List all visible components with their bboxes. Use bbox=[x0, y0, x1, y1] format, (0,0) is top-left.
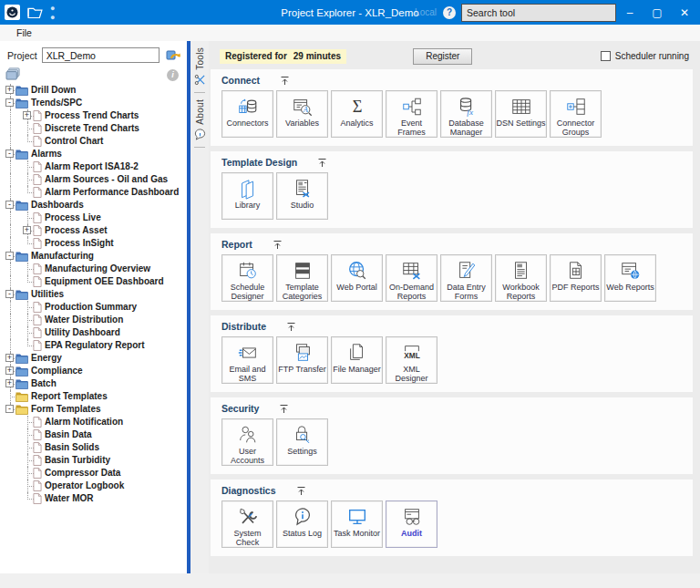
tool-button-data-entry-forms[interactable]: Data Entry Forms bbox=[440, 254, 492, 302]
collapse-section-icon[interactable] bbox=[273, 240, 283, 250]
section-connect: ConnectConnectorsAVariablesΣAnalyticsEve… bbox=[211, 69, 693, 146]
tab-about[interactable]: About bbox=[194, 97, 206, 143]
expand-icon[interactable]: + bbox=[5, 354, 14, 362]
tool-button-on-demand-reports[interactable]: On-Demand Reports bbox=[386, 254, 438, 302]
tab-tools[interactable]: Tools bbox=[194, 45, 206, 88]
tree-item-compliance[interactable]: +Compliance bbox=[0, 365, 187, 377]
tree-item-process-insight[interactable]: Process InSight bbox=[0, 237, 187, 250]
tool-button-template-categories[interactable]: Template Categories bbox=[276, 254, 328, 302]
help-icon[interactable]: ? bbox=[443, 6, 456, 19]
tool-button-audit[interactable]: Audit bbox=[386, 500, 438, 548]
tool-button-web-reports[interactable]: Web Reports bbox=[604, 254, 656, 302]
tree-item-energy[interactable]: +Energy bbox=[0, 352, 187, 365]
minimize-button[interactable]: – bbox=[616, 0, 643, 25]
maximize-button[interactable]: ▢ bbox=[643, 0, 671, 25]
collapse-icon[interactable]: - bbox=[5, 290, 14, 298]
tree-item-water-mor[interactable]: Water MOR bbox=[0, 492, 187, 505]
tree-item-trends-spc[interactable]: -Trends/SPC bbox=[0, 97, 187, 109]
tree-item-epa-regulatory-report[interactable]: EPA Regulatory Report bbox=[0, 339, 187, 352]
tree-item-dashboards[interactable]: -Dashboards bbox=[0, 199, 187, 211]
tool-button-file-manager[interactable]: File Manager bbox=[331, 336, 383, 384]
tool-button-status-log[interactable]: Status Log bbox=[276, 500, 328, 548]
tree-item-batch[interactable]: +Batch bbox=[0, 377, 187, 390]
collapse-section-icon[interactable] bbox=[280, 76, 290, 86]
tree-item-utility-dashboard[interactable]: Utility Dashboard bbox=[0, 326, 187, 339]
collapse-icon[interactable]: - bbox=[5, 150, 14, 158]
tool-button-event-frames[interactable]: Event Frames bbox=[386, 90, 438, 138]
tree-item-alarms[interactable]: -Alarms bbox=[0, 148, 187, 160]
collapse-icon[interactable]: - bbox=[5, 405, 14, 413]
menu-file[interactable]: File bbox=[16, 27, 32, 38]
tree-item-alarm-sources-oil-and-gas[interactable]: Alarm Sources - Oil and Gas bbox=[0, 173, 187, 186]
tool-button-settings[interactable]: Settings bbox=[276, 418, 328, 466]
more-icon[interactable]: ●● bbox=[50, 4, 56, 22]
tool-button-connector-groups[interactable]: Connector Groups bbox=[550, 90, 602, 138]
tree-item-form-templates[interactable]: -Form Templates bbox=[0, 403, 187, 416]
tool-button-label: Web Reports bbox=[606, 284, 654, 293]
tool-button-schedule-designer[interactable]: Schedule Designer bbox=[221, 254, 273, 302]
tool-button-connectors[interactable]: Connectors bbox=[221, 90, 273, 138]
tree-item-basin-turbidity[interactable]: Basin Turbidity bbox=[0, 454, 187, 467]
tree-item-report-templates[interactable]: Report Templates bbox=[0, 390, 187, 403]
tool-button-workbook-reports[interactable]: Workbook Reports bbox=[495, 254, 547, 302]
collapse-section-icon[interactable] bbox=[317, 158, 327, 168]
tool-button-pdf-reports[interactable]: PDF Reports bbox=[550, 254, 602, 302]
tree-item-manufacturing[interactable]: -Manufacturing bbox=[0, 250, 187, 263]
tool-button-web-portal[interactable]: Web Portal bbox=[331, 254, 383, 302]
project-name-input[interactable] bbox=[42, 47, 160, 63]
project-root-icon[interactable] bbox=[5, 67, 21, 84]
tree-item-discrete-trend-charts[interactable]: Discrete Trend Charts bbox=[0, 122, 187, 135]
tree-item-process-live[interactable]: Process Live bbox=[0, 211, 187, 224]
tree-item-basin-solids[interactable]: Basin Solids bbox=[0, 441, 187, 454]
tool-button-dsn-settings[interactable]: DSN Settings bbox=[495, 90, 547, 138]
expand-icon[interactable]: + bbox=[5, 86, 14, 94]
tool-button-email-and-sms[interactable]: Email and SMS bbox=[221, 336, 273, 384]
tree-item-utilities[interactable]: -Utilities bbox=[0, 288, 187, 301]
collapse-section-icon[interactable] bbox=[296, 486, 306, 496]
tree-item-water-distribution[interactable]: Water Distribution bbox=[0, 314, 187, 326]
tool-button-library[interactable]: Library bbox=[221, 172, 273, 220]
register-button[interactable]: Register bbox=[413, 48, 472, 65]
tree-item-operator-logbook[interactable]: Operator Logbook bbox=[0, 480, 187, 492]
tree-item-process-asset[interactable]: +Process Asset bbox=[0, 224, 187, 237]
tree-item-equipment-oee-dashboard[interactable]: Equipment OEE Dashboard bbox=[0, 275, 187, 288]
open-project-icon[interactable] bbox=[27, 6, 43, 18]
search-input[interactable] bbox=[461, 4, 616, 22]
collapse-icon[interactable]: - bbox=[5, 98, 14, 107]
tool-button-label: Connector Groups bbox=[551, 119, 601, 137]
tree-item-production-summary[interactable]: Production Summary bbox=[0, 301, 187, 314]
tree-item-manufacturing-overview[interactable]: Manufacturing Overview bbox=[0, 263, 187, 275]
tree-item-compressor-data[interactable]: Compressor Data bbox=[0, 467, 187, 480]
info-icon[interactable]: i bbox=[167, 69, 179, 81]
expand-icon[interactable]: + bbox=[5, 379, 14, 387]
tool-button-analytics[interactable]: ΣAnalytics bbox=[331, 90, 383, 138]
collapse-icon[interactable]: - bbox=[5, 252, 14, 260]
tool-button-task-monitor[interactable]: Task Monitor bbox=[331, 500, 383, 548]
document-icon bbox=[33, 225, 42, 236]
switch-project-button[interactable] bbox=[164, 47, 182, 63]
menu-bar: File bbox=[0, 25, 700, 41]
tool-button-system-check[interactable]: System Check bbox=[221, 500, 273, 548]
collapse-icon[interactable]: - bbox=[5, 201, 14, 209]
collapse-section-icon[interactable] bbox=[286, 322, 296, 332]
expand-icon[interactable]: + bbox=[23, 226, 31, 234]
tool-button-user-accounts[interactable]: User Accounts bbox=[221, 418, 273, 466]
tool-button-studio[interactable]: Studio bbox=[276, 172, 328, 220]
expand-icon[interactable]: + bbox=[23, 111, 31, 119]
tree-item-drill-down[interactable]: +Drill Down bbox=[0, 84, 187, 97]
tree-item-alarm-report-isa18-2[interactable]: Alarm Report ISA18-2 bbox=[0, 160, 187, 173]
tree-item-alarm-performance-dashboard[interactable]: Alarm Performance Dashboard bbox=[0, 186, 187, 199]
tree-item-basin-data[interactable]: Basin Data bbox=[0, 428, 187, 441]
scheduler-running-checkbox[interactable] bbox=[601, 51, 611, 61]
tool-button-variables[interactable]: AVariables bbox=[276, 90, 328, 138]
collapse-section-icon[interactable] bbox=[279, 404, 289, 414]
tool-button-ftp-transfer[interactable]: FTP Transfer bbox=[276, 336, 328, 384]
tree-item-process-trend-charts[interactable]: +Process Trend Charts bbox=[0, 109, 187, 122]
tool-button-xml-designer[interactable]: XMLXML Designer bbox=[386, 336, 438, 384]
tree-connector-line bbox=[10, 186, 11, 199]
expand-icon[interactable]: + bbox=[5, 366, 14, 375]
tree-item-control-chart[interactable]: Control Chart bbox=[0, 135, 187, 148]
tree-item-alarm-notification[interactable]: Alarm Notification bbox=[0, 416, 187, 428]
tool-button-database-manager[interactable]: fxDatabase Manager bbox=[440, 90, 492, 138]
close-button[interactable]: ✕ bbox=[671, 0, 698, 25]
